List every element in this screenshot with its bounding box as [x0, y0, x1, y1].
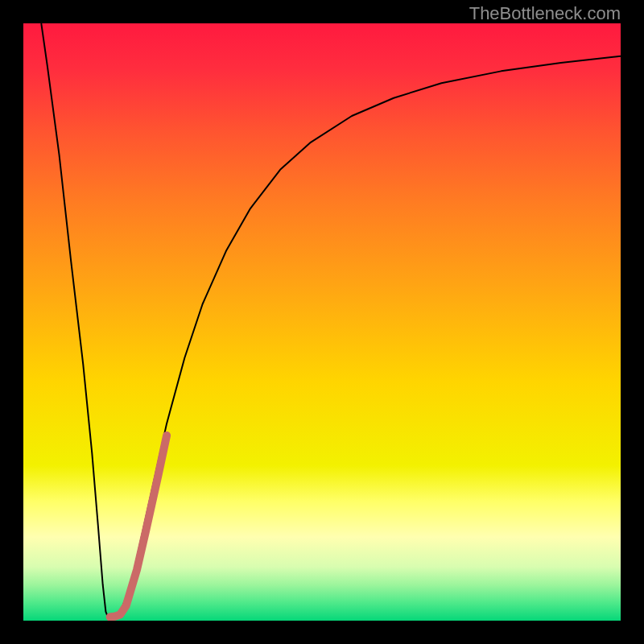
chart-frame: TheBottleneck.com [0, 0, 644, 644]
chart-background [23, 23, 621, 621]
watermark-link[interactable]: TheBottleneck.com [469, 3, 621, 24]
bottleneck-chart [23, 23, 621, 621]
